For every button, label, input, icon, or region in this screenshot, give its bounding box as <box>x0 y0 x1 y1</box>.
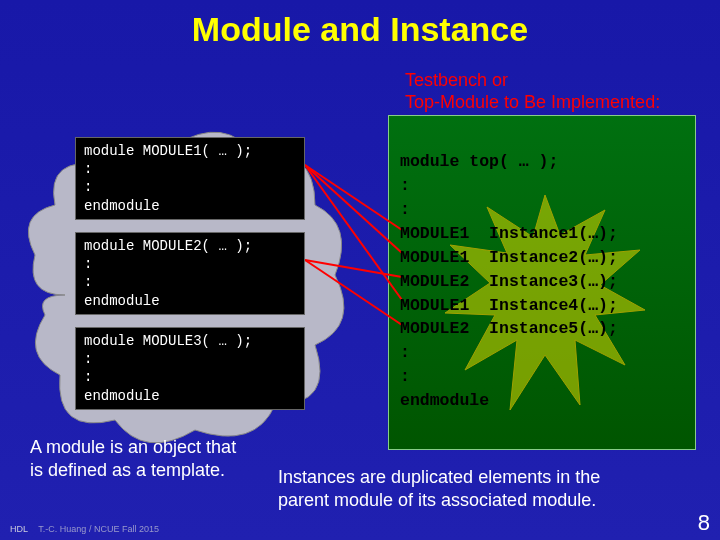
module1-code: module MODULE1( … ); : : endmodule <box>75 137 305 220</box>
top-module-code: module top( … ); : : MODULE1 Instance1(…… <box>400 150 618 413</box>
testbench-label: Testbench or Top-Module to Be Implemente… <box>405 70 660 113</box>
instance-definition-caption: Instances are duplicated elements in the… <box>278 466 600 511</box>
module-definition-caption: A module is an object that is defined as… <box>30 436 236 481</box>
page-number: 8 <box>698 510 710 536</box>
footer-author: T.-C. Huang / NCUE Fall 2015 <box>38 524 159 534</box>
footer: HDL T.-C. Huang / NCUE Fall 2015 <box>10 524 159 534</box>
module3-code: module MODULE3( … ); : : endmodule <box>75 327 305 410</box>
module2-code: module MODULE2( … ); : : endmodule <box>75 232 305 315</box>
slide-title: Module and Instance <box>0 0 720 49</box>
footer-hdl: HDL <box>10 524 28 534</box>
